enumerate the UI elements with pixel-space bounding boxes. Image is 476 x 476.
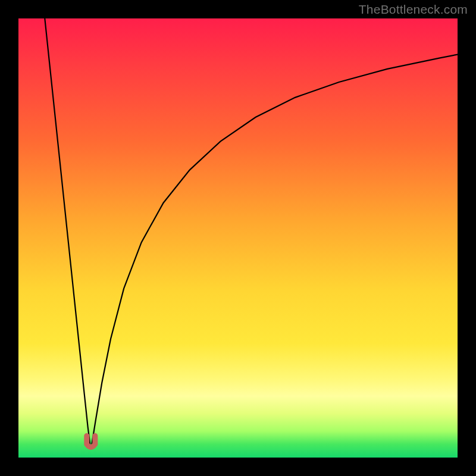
watermark-text: TheBottleneck.com: [359, 2, 468, 17]
chart-frame: TheBottleneck.com: [0, 0, 476, 476]
minimum-marker: [87, 436, 95, 447]
plot-area: [18, 18, 458, 458]
bottleneck-curve: [18, 18, 458, 458]
